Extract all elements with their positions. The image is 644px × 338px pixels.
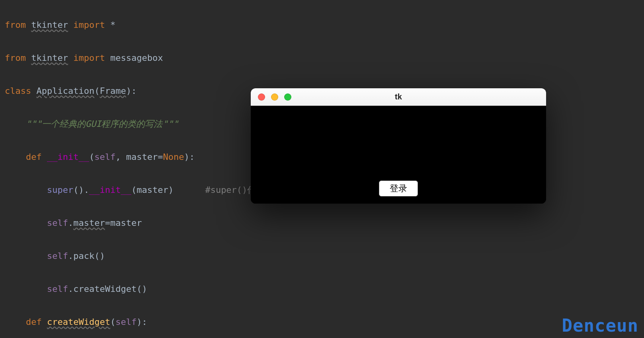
watermark: Denceun — [562, 315, 638, 336]
window-title: tk — [251, 92, 546, 101]
code-line: from tkinter import * — [5, 17, 644, 33]
tk-body: 登录 — [251, 106, 546, 204]
tk-window[interactable]: tk 登录 — [251, 88, 546, 204]
code-line: def createWidget(self): — [5, 314, 644, 330]
window-controls — [258, 93, 291, 101]
code-line: self.pack() — [5, 248, 644, 264]
login-button[interactable]: 登录 — [379, 181, 418, 196]
zoom-icon[interactable] — [284, 93, 291, 101]
titlebar[interactable]: tk — [251, 88, 546, 106]
code-line: self.master=master — [5, 215, 644, 231]
code-line: self.createWidget() — [5, 281, 644, 297]
minimize-icon[interactable] — [271, 93, 278, 101]
close-icon[interactable] — [258, 93, 265, 101]
code-line: from tkinter import messagebox — [5, 50, 644, 66]
